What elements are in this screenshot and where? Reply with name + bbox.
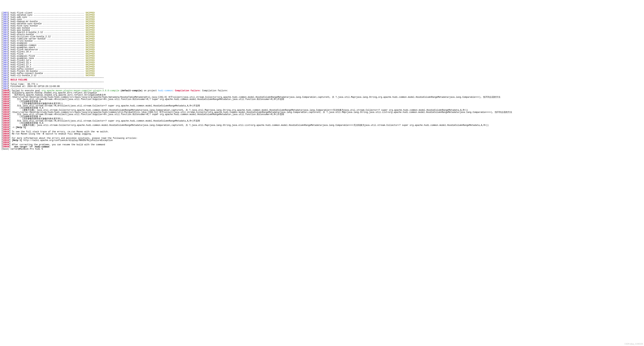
error-detail: (参数不匹配; java.util.stream.Collector<org.a… (12, 124, 489, 126)
log-line: [INFO] hudi-examples-spark .............… (2, 47, 642, 49)
log-line: [INFO] hudi-hadoop-mr-bundle ...........… (2, 21, 642, 23)
log-line: [INFO] hudi-flink1.16-bundle ...........… (2, 70, 642, 72)
log-line: [INFO] hudi-sync .......................… (2, 18, 642, 21)
terminal-output[interactable]: [INFO] hudi-flink-client ...............… (0, 11, 644, 151)
log-line: [INFO] hudi-aws-bundle .................… (2, 27, 642, 29)
arrow: -> (12, 126, 16, 129)
compilation-failure: Compilation failure (175, 89, 200, 92)
error-detail: 方法 java.util.stream.Stream.<R>collect(ja… (12, 98, 284, 101)
log-line: [INFO] hudi-flink1.16.x ................… (2, 51, 642, 53)
shell-prompt-line: (base) carter@MacBook-Pro hudi % (2, 148, 642, 150)
log-line: [INFO] hudi-flink1.18.x ................… (2, 66, 642, 68)
log-line: [INFO] hudi-kafka-connect-bundle .......… (2, 72, 642, 75)
error-detail: 方法 java.util.stream.Stream.<R>collect(ja… (12, 113, 284, 116)
log-line: [INFO] hudi-flink1.15.x ................… (2, 62, 642, 64)
log-line: [INFO] hudi-examples-common ............… (2, 44, 642, 47)
log-line: [ERROR] 方法 java.util.stream.Stream.<R,A>… (2, 105, 642, 107)
log-line: [ERROR] After correcting the problems, y… (2, 144, 642, 146)
goal-tail: : Compilation failure: (200, 89, 228, 92)
shell-prompt[interactable]: (base) carter@MacBook-Pro hudi % (2, 148, 44, 150)
log-line: [INFO] hudi-spark3.4-bundle_2.12 .......… (2, 31, 642, 34)
log-line: [INFO] hudi-flink ......................… (2, 53, 642, 55)
log-line: [INFO] hudi-hive-sync-bundle ...........… (2, 25, 642, 27)
log-line: [INFO] ---------------------------------… (2, 77, 642, 79)
log-line: [INFO] hudi-adb-sync ...................… (2, 16, 642, 18)
log-line: [INFO] hudi-trino-bundle ...............… (2, 40, 642, 42)
e-switch: -e (96, 130, 98, 133)
log-line: [ERROR] mvn <args> -rf :hudi-common (2, 146, 642, 148)
stacktrace-post: switch. (98, 130, 109, 133)
help-link-label: [Help 1] (12, 139, 22, 142)
colon: : (172, 89, 175, 92)
log-line: [ERROR] Re-run Maven using the -X switch… (2, 133, 642, 135)
rerun-pre: Re-run Maven using the (12, 133, 42, 135)
log-line: [INFO] hudi-presto-bundle ..............… (2, 34, 642, 36)
help-link-url: http://cwiki.apache.org/confluence/displ… (22, 139, 113, 142)
log-line: [INFO] hudi-gcp-bundle .................… (2, 29, 642, 31)
log-line: [INFO] hudi-datahub-sync ...............… (2, 14, 642, 16)
log-line: [INFO] hudi-examples-java ..............… (2, 57, 642, 59)
log-line: [ERROR] 方法 java.util.stream.Stream.<R,A>… (2, 120, 642, 122)
project-name: hudi-common (158, 89, 172, 92)
log-line: [INFO] hudi-datahub-sync-bundle ........… (2, 23, 642, 25)
log-line: [INFO] hudi-utilities-slim-bundle_2.12 .… (2, 36, 642, 38)
log-line: [INFO] ---------------------------------… (2, 81, 642, 83)
log-line: [ERROR] (无法推断类型变量 R (2, 100, 642, 103)
log-line: [INFO] hudi-examples ...................… (2, 42, 642, 44)
log-line: [ERROR] [Help 1] http://cwiki.apache.org… (2, 139, 642, 141)
help-1: [Help 1] (16, 126, 26, 129)
log-line: [ERROR] To see the full stack trace of t… (2, 131, 642, 133)
log-line: [ERROR] 方法 java.util.stream.Stream.<R>co… (2, 98, 642, 100)
log-line: [ERROR] Failed to execute goal org.apach… (2, 90, 642, 92)
goal-default: (default-compile) (119, 89, 142, 92)
log-line: [INFO] Total time: 30.773 s (2, 83, 642, 85)
log-line: [INFO] hudi-flink1.14.x ................… (2, 59, 642, 62)
log-line: [INFO] hudi-kafka-connect ..............… (2, 68, 642, 70)
on-project: on project (142, 89, 158, 92)
rerun-post: switch to enable full debug logging. (44, 133, 92, 135)
log-line: [ERROR] (无法推断类型变量 R (2, 116, 642, 118)
log-line: [INFO] hudi-flink-datasource ...........… (2, 49, 642, 51)
x-switch: -X (42, 133, 44, 135)
log-line: [INFO] hudi-examples-flink .............… (2, 55, 642, 57)
log-line: [INFO] hudi-flink1.17.x ................… (2, 64, 642, 66)
log-line: [INFO] hudi-flink-client ...............… (2, 12, 642, 14)
log-line: [ERROR] (参数不匹配; java.util.stream.Collect… (2, 124, 642, 126)
log-line: [INFO] hudi-timeline-server-bundle .....… (2, 38, 642, 40)
log-line: [ERROR] 方法 java.util.stream.Stream.<R>co… (2, 113, 642, 116)
log-line: [ERROR] -> [Help 1] (2, 126, 642, 128)
